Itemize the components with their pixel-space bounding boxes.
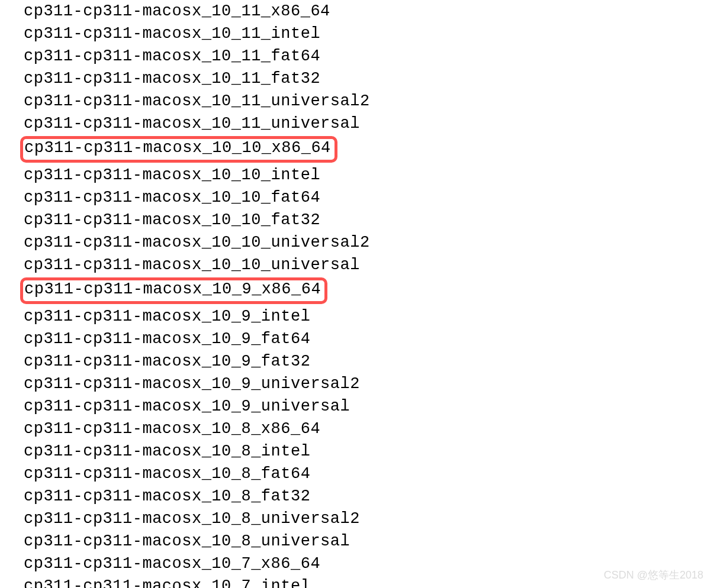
terminal-line: cp311-cp311-macosx_10_8_x86_64: [24, 418, 714, 440]
terminal-line: cp311-cp311-macosx_10_10_universal2: [24, 231, 714, 254]
terminal-line: cp311-cp311-macosx_10_10_universal: [24, 254, 714, 276]
terminal-line: cp311-cp311-macosx_10_10_intel: [24, 164, 714, 186]
terminal-line: cp311-cp311-macosx_10_11_x86_64: [24, 0, 714, 22]
terminal-line: cp311-cp311-macosx_10_10_fat32: [24, 209, 714, 231]
terminal-line: cp311-cp311-macosx_10_11_intel: [24, 22, 714, 45]
terminal-line: cp311-cp311-macosx_10_9_universal2: [24, 373, 714, 395]
terminal-line: cp311-cp311-macosx_10_9_fat64: [24, 328, 714, 350]
terminal-line: cp311-cp311-macosx_10_9_fat32: [24, 350, 714, 373]
terminal-line: cp311-cp311-macosx_10_10_fat64: [24, 186, 714, 209]
terminal-line: cp311-cp311-macosx_10_8_universal: [24, 530, 714, 553]
terminal-line: cp311-cp311-macosx_10_11_universal: [24, 112, 714, 135]
terminal-line: cp311-cp311-macosx_10_11_universal2: [24, 90, 714, 112]
terminal-line: cp311-cp311-macosx_10_11_fat32: [24, 67, 714, 90]
terminal-output: cp311-cp311-macosx_10_11_x86_64cp311-cp3…: [0, 0, 714, 588]
terminal-line: cp311-cp311-macosx_10_8_fat64: [24, 463, 714, 485]
terminal-line: cp311-cp311-macosx_10_9_intel: [24, 305, 714, 328]
watermark-text: CSDN @悠等生2018: [604, 568, 703, 582]
terminal-line: cp311-cp311-macosx_10_8_fat32: [24, 485, 714, 508]
terminal-line: cp311-cp311-macosx_10_8_intel: [24, 440, 714, 463]
terminal-line: cp311-cp311-macosx_10_9_x86_64: [24, 280, 321, 298]
terminal-line: cp311-cp311-macosx_10_8_universal2: [24, 508, 714, 530]
terminal-line: cp311-cp311-macosx_10_9_universal: [24, 395, 714, 418]
highlighted-line: cp311-cp311-macosx_10_10_x86_64: [20, 136, 337, 163]
terminal-line: cp311-cp311-macosx_10_11_fat64: [24, 45, 714, 67]
terminal-line: cp311-cp311-macosx_10_10_x86_64: [24, 139, 331, 157]
highlighted-line: cp311-cp311-macosx_10_9_x86_64: [20, 277, 327, 304]
